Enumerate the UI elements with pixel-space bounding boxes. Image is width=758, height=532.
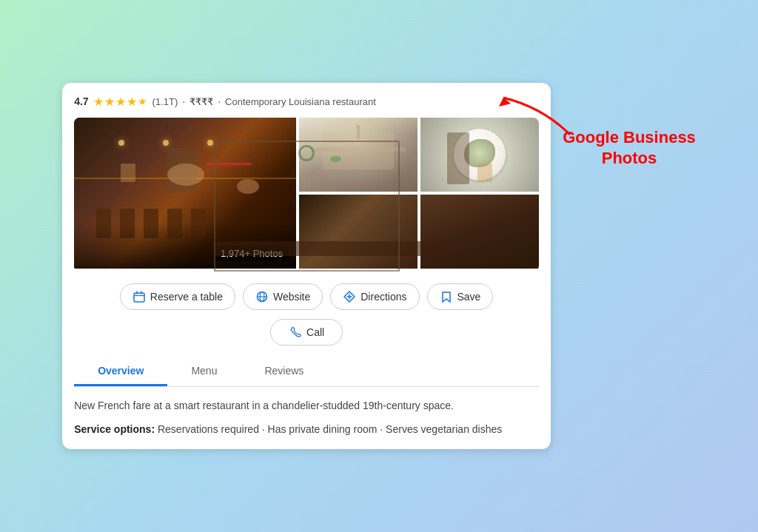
photo-bottom-middle[interactable] <box>420 195 539 269</box>
website-button[interactable]: Website <box>243 283 323 310</box>
call-label: Call <box>306 326 324 338</box>
save-button[interactable]: Save <box>427 283 494 310</box>
rating-row: 4.7 ★★★★★ (1.1T) · ₹₹₹₹ · Contemporary L… <box>74 95 539 109</box>
website-label: Website <box>273 291 310 303</box>
tab-overview[interactable]: Overview <box>74 357 167 386</box>
side-label: Google Business Photos <box>563 127 696 169</box>
tabs-row: Overview Menu Reviews <box>74 357 539 387</box>
photos-grid[interactable]: 1,974+ Photos <box>74 118 539 272</box>
stars-icon: ★★★★★ <box>93 95 148 109</box>
globe-icon <box>255 290 269 303</box>
side-label-text: Google Business Photos <box>563 127 696 169</box>
service-options-text: Reservations required · Has private dini… <box>158 423 502 435</box>
save-label: Save <box>457 291 481 303</box>
reserve-table-button[interactable]: Reserve a table <box>120 283 235 310</box>
calendar-icon <box>133 290 146 303</box>
svg-rect-0 <box>134 293 144 302</box>
price-level: ₹₹₹₹ <box>190 96 213 107</box>
rating-score: 4.7 <box>74 95 88 107</box>
phone-icon <box>289 326 302 339</box>
call-button[interactable]: Call <box>270 319 343 346</box>
directions-button[interactable]: Directions <box>330 283 419 310</box>
tab-reviews[interactable]: Reviews <box>241 357 327 386</box>
category-label: Contemporary Louisiana restaurant <box>225 96 376 107</box>
review-count: (1.1T) <box>152 96 178 107</box>
tab-menu[interactable]: Menu <box>167 357 241 386</box>
description-text: New French fare at a smart restaurant in… <box>74 397 539 414</box>
business-card: 4.7 ★★★★★ (1.1T) · ₹₹₹₹ · Contemporary L… <box>62 83 551 450</box>
call-row: Call <box>74 319 539 346</box>
directions-label: Directions <box>360 291 406 303</box>
service-options-label: Service options: <box>74 423 155 435</box>
service-options: Service options: Reservations required ·… <box>74 421 539 437</box>
reserve-label: Reserve a table <box>150 291 223 303</box>
bookmark-icon <box>440 290 453 303</box>
action-buttons-row: Reserve a table Website <box>74 283 539 310</box>
directions-icon <box>343 290 356 303</box>
arrow-graphic <box>489 90 577 142</box>
